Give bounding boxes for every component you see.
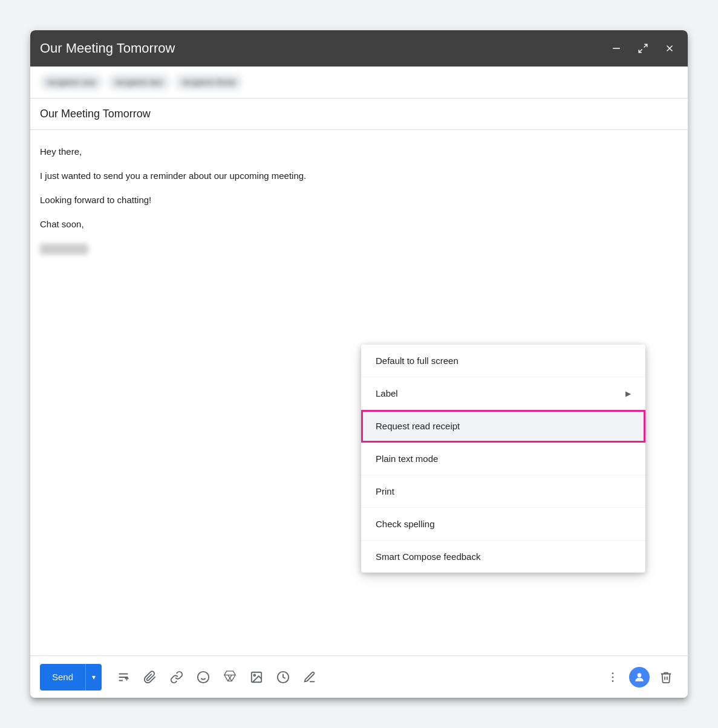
svg-point-13: [612, 680, 614, 682]
toolbar: Send ▾: [30, 655, 688, 698]
schedule-button[interactable]: [271, 665, 295, 689]
context-menu: Default to full screen Label ▶ Request r…: [361, 345, 645, 573]
menu-item-smart-compose[interactable]: Smart Compose feedback: [361, 541, 645, 573]
svg-point-5: [198, 671, 209, 682]
send-button[interactable]: Send ▾: [40, 664, 102, 691]
window-title: Our Meeting Tomorrow: [40, 41, 175, 56]
menu-item-read-receipt[interactable]: Request read receipt: [361, 410, 645, 443]
recipient-chip: recipient one: [40, 74, 103, 91]
compose-window: Our Meeting Tomorrow recipient one recip…: [30, 30, 688, 698]
account-button[interactable]: [627, 665, 651, 689]
title-bar-controls: [608, 40, 678, 57]
body-paragraph2: Looking forward to chatting!: [40, 193, 678, 207]
menu-item-check-spelling[interactable]: Check spelling: [361, 508, 645, 541]
recipient-chips: recipient one recipient two recipient th…: [40, 74, 243, 91]
body-paragraph1: I just wanted to send you a reminder abo…: [40, 169, 678, 183]
link-button[interactable]: [165, 665, 189, 689]
svg-line-2: [639, 50, 642, 53]
signature: [40, 244, 88, 255]
toolbar-right: [601, 665, 678, 689]
signature-button[interactable]: [298, 665, 322, 689]
subject-row[interactable]: Our Meeting Tomorrow: [30, 99, 688, 130]
closing: Chat soon,: [40, 217, 678, 232]
drive-button[interactable]: [218, 665, 242, 689]
avatar: [629, 667, 650, 687]
svg-point-14: [638, 673, 642, 677]
recipient-row[interactable]: recipient one recipient two recipient th…: [30, 67, 688, 99]
recipient-chip: recipient two: [108, 74, 170, 91]
svg-point-11: [612, 672, 614, 674]
format-text-button[interactable]: [111, 665, 135, 689]
chevron-right-icon: ▶: [625, 389, 631, 398]
menu-item-label: Plain text mode: [376, 453, 438, 464]
emoji-button[interactable]: [191, 665, 215, 689]
send-label: Send: [40, 664, 85, 691]
svg-point-9: [253, 674, 255, 676]
recipient-chip: recipient three: [175, 74, 243, 91]
menu-item-plain-text[interactable]: Plain text mode: [361, 443, 645, 475]
menu-item-label: Print: [376, 486, 394, 496]
attach-button[interactable]: [138, 665, 162, 689]
svg-line-1: [644, 44, 647, 47]
photo-button[interactable]: [244, 665, 269, 689]
send-dropdown-arrow[interactable]: ▾: [85, 664, 102, 691]
menu-item-label[interactable]: Label ▶: [361, 377, 645, 410]
delete-button[interactable]: [654, 665, 678, 689]
close-button[interactable]: [661, 40, 678, 57]
svg-rect-0: [613, 48, 620, 49]
menu-item-default-fullscreen[interactable]: Default to full screen: [361, 345, 645, 377]
title-bar: Our Meeting Tomorrow: [30, 30, 688, 67]
menu-item-label: Smart Compose feedback: [376, 551, 480, 562]
greeting: Hey there,: [40, 145, 678, 159]
menu-item-label: Request read receipt: [376, 421, 460, 431]
menu-item-label: Default to full screen: [376, 356, 459, 366]
menu-item-print[interactable]: Print: [361, 475, 645, 508]
more-options-button[interactable]: [601, 665, 625, 689]
menu-item-label: Label: [376, 388, 398, 398]
svg-point-12: [612, 676, 614, 678]
menu-item-label: Check spelling: [376, 519, 435, 529]
subject-text: Our Meeting Tomorrow: [40, 108, 151, 120]
expand-button[interactable]: [635, 40, 651, 57]
minimize-button[interactable]: [608, 40, 625, 57]
